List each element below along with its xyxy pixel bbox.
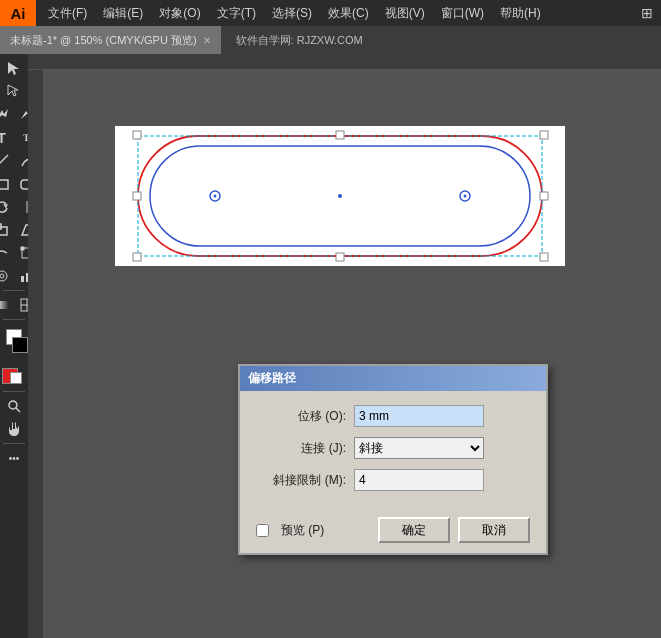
stroke-swatch[interactable] (12, 337, 28, 353)
pen-add-tool[interactable] (15, 104, 29, 126)
white-swatch (10, 372, 22, 384)
pen-tool[interactable] (0, 104, 14, 126)
tool-pair-line (0, 150, 28, 172)
more-tools[interactable]: ••• (2, 447, 26, 469)
menu-help[interactable]: 帮助(H) (492, 0, 549, 26)
line-tool[interactable] (0, 150, 14, 172)
ai-logo: Ai (0, 0, 36, 26)
dialog-footer: 预览 (P) 确定 取消 (240, 511, 546, 553)
dialog-row-miter: 斜接限制 (M): (256, 469, 530, 491)
svg-rect-13 (21, 276, 24, 282)
menu-edit[interactable]: 编辑(E) (95, 0, 151, 26)
tool-pair-pen (0, 104, 28, 126)
tab-close-button[interactable]: ✕ (203, 35, 211, 46)
handle-mr[interactable] (540, 192, 548, 200)
ok-button[interactable]: 确定 (378, 517, 450, 543)
tool-separator-4 (3, 443, 25, 444)
color-swatch[interactable] (2, 323, 26, 365)
anchor-left-dot (214, 195, 217, 198)
offset-path-dialog: 偏移路径 位移 (O): 连接 (J): 斜接 斜接限制 (M): (238, 364, 548, 555)
dialog-body: 位移 (O): 连接 (J): 斜接 斜接限制 (M): (240, 391, 546, 511)
menu-items: 文件(F) 编辑(E) 对象(O) 文字(T) 选择(S) 效果(C) 视图(V… (36, 0, 549, 26)
handle-tm[interactable] (336, 131, 344, 139)
svg-point-20 (9, 401, 17, 409)
canvas-svg (60, 86, 661, 638)
tool-pair-rotate (0, 196, 28, 218)
menu-object[interactable]: 对象(O) (151, 0, 208, 26)
tool-pair-1 (2, 81, 26, 103)
rounded-rect-tool[interactable] (15, 173, 29, 195)
main-area: T 𝐓 (0, 54, 661, 638)
tabbar: 未标题-1* @ 150% (CMYK/GPU 预览) ✕ 软件自学网: RJZ… (0, 26, 661, 54)
selection-tool[interactable] (2, 58, 26, 80)
toolbar: T 𝐓 (0, 54, 28, 638)
dialog-row-offset: 位移 (O): (256, 405, 530, 427)
dialog-row-join: 连接 (J): 斜接 (256, 437, 530, 459)
handle-tr[interactable] (540, 131, 548, 139)
svg-marker-0 (8, 62, 19, 75)
svg-point-12 (0, 274, 4, 278)
menu-effect[interactable]: 效果(C) (320, 0, 377, 26)
shear-tool[interactable] (15, 219, 29, 241)
graph-tool[interactable] (15, 265, 29, 287)
tool-pair-warp (0, 242, 28, 264)
red-white-swatch[interactable] (2, 368, 26, 388)
svg-rect-4 (21, 180, 29, 189)
tool-pair-scale (0, 219, 28, 241)
mesh-tool[interactable] (15, 294, 29, 316)
arc-tool[interactable] (15, 150, 29, 172)
hand-tool[interactable] (2, 418, 26, 440)
type-tool[interactable]: T (0, 127, 14, 149)
tab-document[interactable]: 未标题-1* @ 150% (CMYK/GPU 预览) ✕ (0, 26, 222, 54)
svg-rect-16 (0, 301, 8, 309)
symbol-tool[interactable] (0, 265, 14, 287)
tool-pair-gradient (0, 294, 28, 316)
menubar: Ai 文件(F) 编辑(E) 对象(O) 文字(T) 选择(S) 效果(C) 视… (0, 0, 661, 26)
tool-pair-graph (0, 265, 28, 287)
tool-separator-1 (3, 290, 25, 291)
menu-view[interactable]: 视图(V) (377, 0, 433, 26)
menu-file[interactable]: 文件(F) (40, 0, 95, 26)
rotate-tool[interactable] (0, 196, 14, 218)
tab-website[interactable]: 软件自学网: RJZXW.COM (222, 26, 377, 54)
miter-input[interactable] (354, 469, 484, 491)
tool-pair-type: T 𝐓 (0, 127, 28, 149)
handle-bm[interactable] (336, 253, 344, 261)
tool-separator-3 (3, 391, 25, 392)
workspace-switcher-icon[interactable]: ⊞ (633, 0, 661, 26)
menu-type[interactable]: 文字(T) (209, 0, 264, 26)
ruler-top (28, 54, 661, 70)
svg-rect-7 (0, 224, 1, 229)
menu-select[interactable]: 选择(S) (264, 0, 320, 26)
ruler-left (28, 70, 44, 638)
gradient-tool[interactable] (0, 294, 14, 316)
svg-line-2 (0, 155, 8, 167)
handle-ml[interactable] (133, 192, 141, 200)
offset-label: 位移 (O): (256, 408, 346, 425)
svg-marker-1 (8, 85, 18, 96)
warp-tool[interactable] (0, 242, 14, 264)
join-select[interactable]: 斜接 (354, 437, 484, 459)
reflect-tool[interactable] (15, 196, 29, 218)
menu-window[interactable]: 窗口(W) (433, 0, 492, 26)
direct-selection-tool[interactable] (2, 81, 26, 103)
tool-pair-rect (0, 173, 28, 195)
cancel-button[interactable]: 取消 (458, 517, 530, 543)
offset-input[interactable] (354, 405, 484, 427)
svg-rect-9 (21, 247, 24, 250)
join-label: 连接 (J): (256, 440, 346, 457)
dialog-title-bar[interactable]: 偏移路径 (240, 366, 546, 391)
handle-bl[interactable] (133, 253, 141, 261)
handle-br[interactable] (540, 253, 548, 261)
svg-rect-3 (0, 180, 8, 189)
miter-label: 斜接限制 (M): (256, 472, 346, 489)
scale-tool[interactable] (0, 219, 14, 241)
vertical-type-tool[interactable]: 𝐓 (15, 127, 29, 149)
rect-tool[interactable] (0, 173, 14, 195)
tool-separator-2 (3, 319, 25, 320)
preview-checkbox[interactable] (256, 524, 269, 537)
free-transform-tool[interactable] (15, 242, 29, 264)
svg-line-21 (16, 408, 20, 412)
handle-tl[interactable] (133, 131, 141, 139)
zoom-tool[interactable] (2, 395, 26, 417)
